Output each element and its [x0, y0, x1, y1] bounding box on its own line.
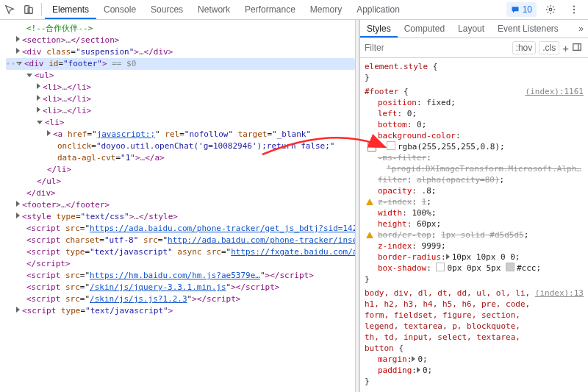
svg-point-3: [573, 5, 575, 7]
tab-styles[interactable]: Styles: [360, 20, 398, 38]
styles-tabs: Styles Computed Layout Event Listeners »: [360, 20, 588, 38]
tab-elements[interactable]: Elements: [45, 0, 96, 19]
source-link[interactable]: (index):13: [535, 288, 584, 354]
hov-toggle[interactable]: :hov: [512, 41, 537, 54]
expand-icon[interactable]: [16, 213, 20, 218]
expand-icon[interactable]: [37, 83, 40, 89]
tab-event-listeners[interactable]: Event Listeners: [491, 20, 565, 38]
expand-icon[interactable]: [47, 130, 51, 136]
color-swatch[interactable]: [387, 141, 395, 150]
expand-icon[interactable]: [16, 307, 20, 313]
expand-shorthand-icon[interactable]: [446, 254, 450, 260]
more-icon[interactable]: [564, 0, 584, 19]
expand-icon[interactable]: [16, 36, 20, 42]
selected-element[interactable]: ••• <div id="footer"> == $0: [6, 58, 355, 70]
new-rule-icon[interactable]: +: [562, 42, 569, 54]
tab-sources[interactable]: Sources: [143, 0, 190, 19]
svg-point-4: [573, 9, 575, 10]
dom-tree[interactable]: <!--合作伙伴--> <section>…</section> <div cl…: [0, 20, 355, 392]
styles-sidebar-icon[interactable]: [572, 42, 585, 54]
expand-shorthand-icon[interactable]: [412, 356, 415, 362]
tab-performance[interactable]: Performance: [237, 0, 303, 19]
shadow-swatch[interactable]: [436, 263, 445, 271]
tabs-overflow-icon[interactable]: »: [574, 20, 588, 38]
tab-console[interactable]: Console: [96, 0, 143, 19]
messages-count: 10: [523, 4, 532, 15]
collapse-icon[interactable]: [37, 121, 43, 124]
toolbar-separator: [41, 3, 42, 16]
svg-point-2: [549, 8, 552, 11]
styles-filter-input[interactable]: [363, 42, 509, 54]
devtools-window: Elements Console Sources Network Perform…: [0, 0, 588, 392]
tab-memory[interactable]: Memory: [303, 0, 349, 19]
ellipsis-icon: •••: [6, 58, 21, 70]
messages-badge[interactable]: 10: [506, 2, 537, 17]
svg-rect-0: [25, 6, 29, 14]
toggle-checkbox[interactable]: [368, 143, 376, 152]
device-toggle-icon[interactable]: [19, 0, 38, 19]
source-link[interactable]: (index):1161: [526, 86, 584, 97]
rule-user-agent-reset[interactable]: body, div, dl, dt, dd, ul, ol, li, h1, h…: [365, 288, 584, 387]
styles-filter-bar: :hov .cls +: [360, 38, 588, 58]
inspect-icon[interactable]: [0, 0, 19, 19]
settings-icon[interactable]: [541, 0, 560, 19]
svg-point-5: [573, 12, 575, 13]
expand-shorthand-icon[interactable]: [417, 367, 420, 373]
rule-element-style[interactable]: element.style { }: [365, 61, 584, 83]
expand-icon[interactable]: [37, 95, 40, 101]
expand-icon[interactable]: [16, 201, 20, 207]
svg-rect-1: [28, 7, 32, 13]
expand-icon[interactable]: [37, 107, 40, 113]
rule-footer[interactable]: #footer {(index):1161 position: fixed; l…: [365, 86, 584, 285]
cls-toggle[interactable]: .cls: [539, 41, 559, 54]
main-toolbar: Elements Console Sources Network Perform…: [0, 0, 588, 20]
tab-application[interactable]: Application: [349, 0, 407, 19]
tab-computed[interactable]: Computed: [398, 20, 451, 38]
tab-network[interactable]: Network: [190, 0, 237, 19]
expand-icon[interactable]: [16, 48, 20, 54]
svg-rect-6: [573, 43, 581, 50]
dom-comment: <!--合作伙伴-->: [26, 24, 93, 33]
tab-layout[interactable]: Layout: [451, 20, 491, 38]
color-swatch[interactable]: [506, 263, 514, 271]
styles-rules[interactable]: element.style { } #footer {(index):1161 …: [360, 58, 588, 392]
styles-pane: Styles Computed Layout Event Listeners »…: [359, 20, 588, 392]
collapse-icon[interactable]: [26, 74, 32, 77]
